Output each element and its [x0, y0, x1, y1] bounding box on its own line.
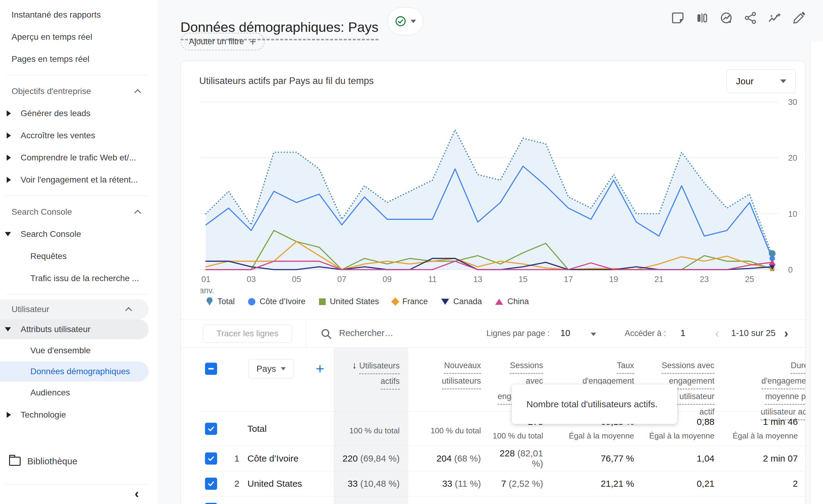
sidebar-item-search-console[interactable]: Search Console — [0, 223, 158, 245]
next-page-button[interactable]: › — [784, 327, 788, 340]
search-icon — [320, 328, 332, 340]
row-cell: 2 min 07 — [723, 446, 806, 471]
row-cell: 220 (69,84 %) — [334, 446, 408, 471]
row-name-cell: 3 France — [200, 496, 334, 504]
sidebar-item-comprendre-trafic[interactable]: Comprendre le trafic Web et/... — [0, 147, 158, 169]
svg-text:19: 19 — [609, 275, 618, 284]
note-icon[interactable] — [671, 11, 685, 25]
sidebar-item-vue-ensemble[interactable]: Vue d'ensemble — [0, 339, 158, 361]
indeterminate-icon — [207, 364, 215, 373]
svg-text:25: 25 — [745, 275, 754, 284]
comparison-icon[interactable] — [695, 11, 709, 25]
svg-text:03: 03 — [246, 275, 256, 284]
insights-icon[interactable] — [768, 11, 782, 25]
sidebar-divider — [6, 196, 149, 196]
row-checkbox[interactable] — [205, 503, 217, 504]
sidebar-item-technologie[interactable]: Technologie — [0, 403, 158, 426]
sidebar-item-pages-temps-reel[interactable]: Pages en temps réel — [0, 48, 158, 70]
svg-text:30: 30 — [788, 99, 797, 107]
svg-text:17: 17 — [564, 275, 573, 284]
total-cell: 1 min 46Égal à la moyenne — [723, 411, 806, 446]
column-header-avg-engagement-time: Durée d'engagement moyenne par utilisate… — [723, 348, 806, 420]
svg-text:0: 0 — [788, 265, 793, 275]
circle-marker-icon — [248, 298, 255, 305]
rows-per-page-value[interactable]: 10 — [560, 328, 570, 338]
check-circle-icon — [395, 15, 406, 27]
sidebar-item-trafic-recherche[interactable]: Trafic issu de la recherche ... — [0, 267, 158, 289]
caret-right-icon — [7, 110, 11, 117]
triangle-down-marker-icon — [441, 299, 449, 305]
sidebar-item-generer-leads[interactable]: Générer des leads — [0, 102, 158, 124]
table-row: 3 France 20 (6,35 %) 19 (6,33 %) 15 (5,4… — [200, 496, 806, 504]
sidebar-item-instantane[interactable]: Instantané des rapports — [0, 4, 158, 26]
search-input[interactable]: Rechercher… — [339, 328, 393, 338]
svg-text:23: 23 — [699, 275, 709, 284]
legend-item-france[interactable]: France — [392, 297, 428, 306]
row-cell: 0,21 — [643, 471, 723, 496]
row-cell: 65,22 % — [551, 496, 643, 504]
sidebar-item-engagement-retention[interactable]: Voir l'engagement et la rétent... — [0, 169, 158, 191]
row-cell: 33 (11 %) — [408, 471, 489, 496]
sidebar-item-bibliotheque[interactable]: Bibliothèque — [0, 450, 158, 472]
sidebar-section-objectifs[interactable]: Objectifs d'entreprise — [0, 80, 158, 102]
dimension-select[interactable]: Pays — [249, 359, 294, 378]
row-name-cell: 1 Côte d’Ivoire — [200, 446, 334, 471]
report-toolbar — [671, 11, 806, 25]
report-status-button[interactable] — [387, 7, 423, 35]
row-cell: 20 (6,35 %) — [334, 496, 408, 504]
rows-per-page-caret-icon[interactable] — [591, 333, 596, 336]
ga4-report-page: Instantané des rapports Aperçu en temps … — [0, 0, 823, 504]
square-marker-icon — [319, 298, 326, 305]
caret-right-icon — [7, 412, 11, 418]
sidebar-section-search-console[interactable]: Search Console — [0, 201, 158, 223]
row-cell: 7 (2,52 %) — [489, 471, 551, 496]
svg-text:20: 20 — [788, 153, 797, 163]
svg-text:01: 01 — [201, 275, 210, 284]
total-name-cell: Total — [200, 411, 334, 446]
legend-item-total[interactable]: Total — [206, 297, 235, 306]
legend-item-cote-divoire[interactable]: Côte d’Ivoire — [248, 297, 306, 306]
column-header-new-users: Nouveaux utilisateurs — [408, 348, 489, 420]
anomaly-icon[interactable] — [719, 11, 733, 25]
share-icon[interactable] — [744, 11, 758, 25]
sidebar-collapse-button[interactable]: ‹ — [135, 486, 139, 501]
chevron-down-icon — [410, 20, 416, 23]
chevron-down-icon — [281, 367, 286, 370]
row-name-cell: 2 United States — [200, 471, 334, 496]
sidebar-item-requetes[interactable]: Requêtes — [0, 245, 158, 267]
sidebar-item-accroitre-ventes[interactable]: Accroître les ventes — [0, 124, 158, 147]
main-content: Données démographiques: Pays Ajouter un … — [158, 0, 823, 504]
granularity-select[interactable]: Jour — [726, 69, 796, 93]
goto-page-label: Accéder à : — [625, 329, 666, 338]
sidebar-item-apercu-temps-reel[interactable]: Aperçu en temps réel — [0, 26, 158, 48]
sidebar-item-attributs-utilisateur[interactable]: Attributs utilisateur — [0, 319, 149, 339]
goto-page-input[interactable]: 1 — [680, 328, 685, 338]
add-metric-button[interactable]: + — [316, 360, 324, 377]
sidebar-item-audiences[interactable]: Audiences — [0, 381, 158, 403]
sidebar-section-utilisateur[interactable]: Utilisateur — [0, 299, 149, 319]
table-row: 1 Côte d’Ivoire 220 (69,84 %) 204 (68 %)… — [200, 446, 806, 471]
legend-item-united-states[interactable]: United States — [319, 297, 379, 306]
plot-rows-button[interactable]: Tracer les lignes — [203, 324, 292, 343]
edit-icon[interactable] — [792, 11, 806, 25]
add-filter-button[interactable]: Ajouter un filtre + — [180, 33, 265, 50]
prev-page-button[interactable]: ‹ — [715, 327, 719, 340]
legend-item-canada[interactable]: Canada — [441, 297, 482, 306]
check-icon — [207, 479, 215, 488]
svg-text:10: 10 — [788, 209, 797, 219]
sidebar-item-donnees-demographiques[interactable]: Données démographiques — [0, 361, 149, 381]
row-checkbox[interactable] — [205, 453, 217, 465]
row-cell: 19 (6,33 %) — [408, 496, 489, 504]
sidebar-divider — [6, 484, 149, 485]
chart-title: Utilisateurs actifs par Pays au fil du t… — [199, 75, 374, 87]
pagination-range: 1-10 sur 25 — [731, 328, 776, 338]
pin-icon — [206, 297, 213, 306]
active-users-line-chart[interactable]: 010203001030507091113151719212325janv. — [200, 99, 806, 295]
svg-text:07: 07 — [337, 275, 346, 284]
select-all-checkbox[interactable] — [205, 363, 217, 375]
row-checkbox[interactable] — [205, 423, 217, 435]
report-header: Données démographiques: Pays Ajouter un … — [180, 7, 823, 59]
row-checkbox[interactable] — [205, 478, 217, 490]
legend-item-china[interactable]: China — [495, 297, 529, 306]
row-cell: 204 (68 %) — [408, 446, 489, 471]
